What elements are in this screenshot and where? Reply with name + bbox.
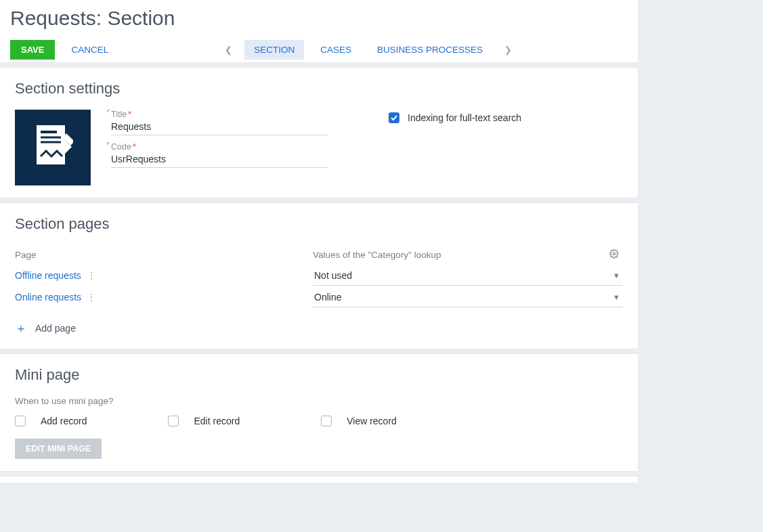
page-link-online[interactable]: Online requests bbox=[15, 292, 81, 303]
mini-page-title: Mini page bbox=[15, 366, 623, 384]
indexing-label: Indexing for full-text search bbox=[408, 112, 521, 123]
mini-page-panel: Mini page When to use mini page? Add rec… bbox=[0, 353, 638, 472]
page-header: Requests: Section SAVE CANCEL ❮ SECTION … bbox=[0, 0, 638, 63]
view-record-label: View record bbox=[347, 416, 397, 426]
tab-business-processes[interactable]: BUSINESS PROCESSES bbox=[368, 40, 492, 60]
svg-point-6 bbox=[613, 252, 615, 255]
tabs: ❮ SECTION CASES BUSINESS PROCESSES ❯ bbox=[219, 40, 517, 60]
code-field-input[interactable]: UsrRequests bbox=[111, 152, 328, 168]
col-page-header: Page bbox=[15, 246, 313, 264]
edit-record-label: Edit record bbox=[194, 416, 240, 426]
tab-cases[interactable]: CASES bbox=[311, 40, 361, 60]
col-lookup-header: Values of the "Category" lookup bbox=[313, 250, 441, 260]
section-settings-panel: Section settings Title* Requests bbox=[0, 67, 638, 198]
save-button[interactable]: SAVE bbox=[10, 40, 55, 60]
section-icon[interactable] bbox=[15, 110, 91, 185]
plus-icon: ＋ bbox=[15, 320, 27, 336]
code-field-label: Code* bbox=[111, 142, 328, 152]
indexing-checkbox[interactable] bbox=[389, 112, 399, 123]
tab-section[interactable]: SECTION bbox=[244, 40, 304, 60]
page-link-offline[interactable]: Offline requests bbox=[15, 270, 81, 281]
chevron-down-icon: ▼ bbox=[613, 293, 620, 301]
lookup-select-offline[interactable]: Not used ▼ bbox=[313, 266, 623, 286]
tab-next-icon[interactable]: ❯ bbox=[499, 45, 517, 55]
chevron-down-icon: ▼ bbox=[613, 271, 620, 280]
mini-page-question: When to use mini page? bbox=[15, 396, 623, 406]
lookup-select-online[interactable]: Online ▼ bbox=[313, 288, 623, 307]
lookup-value: Online bbox=[314, 292, 341, 303]
lookup-value: Not used bbox=[314, 270, 352, 281]
title-field-input[interactable]: Requests bbox=[111, 119, 328, 135]
add-record-checkbox[interactable] bbox=[15, 416, 26, 426]
title-field-label: Title* bbox=[111, 110, 328, 119]
document-edit-icon bbox=[32, 124, 73, 171]
page-actions-icon[interactable]: ⋮ bbox=[87, 292, 95, 303]
cancel-button[interactable]: CANCEL bbox=[68, 41, 111, 59]
add-record-label: Add record bbox=[41, 416, 87, 426]
check-icon bbox=[391, 114, 397, 121]
add-page-button[interactable]: ＋ Add page bbox=[15, 320, 623, 336]
view-record-checkbox[interactable] bbox=[321, 416, 332, 426]
gear-icon[interactable] bbox=[609, 249, 619, 261]
section-pages-title: Section pages bbox=[15, 215, 623, 233]
action-row: SAVE CANCEL ❮ SECTION CASES BUSINESS PRO… bbox=[10, 40, 628, 62]
section-pages-panel: Section pages Page Values of the "Catego… bbox=[0, 202, 638, 349]
edit-record-checkbox[interactable] bbox=[168, 416, 179, 426]
tab-prev-icon[interactable]: ❮ bbox=[219, 45, 238, 55]
add-page-label: Add page bbox=[35, 323, 76, 334]
page-title: Requests: Section bbox=[10, 7, 628, 30]
page-actions-icon[interactable]: ⋮ bbox=[87, 270, 95, 281]
section-settings-title: Section settings bbox=[15, 80, 623, 97]
edit-mini-page-button[interactable]: EDIT MINI PAGE bbox=[15, 439, 102, 459]
